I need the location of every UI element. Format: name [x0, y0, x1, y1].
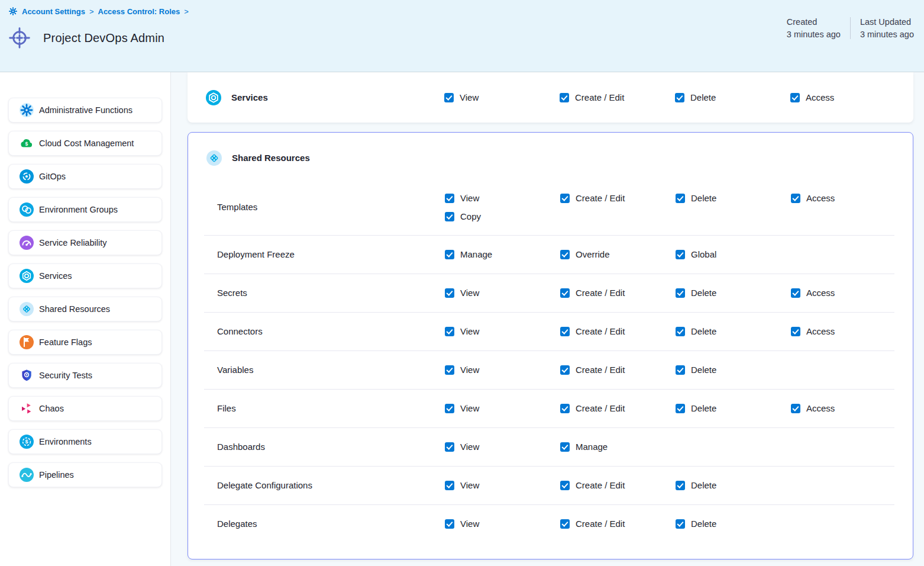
sidebar-item-environment-groups[interactable]: Environment Groups	[8, 197, 162, 222]
checkbox-access[interactable]	[791, 288, 800, 298]
permission-label[interactable]: Delete	[691, 519, 716, 529]
permission-label[interactable]: Manage	[460, 249, 492, 259]
permission-label[interactable]: Create / Edit	[576, 480, 625, 490]
sidebar-item-cloud-cost-management[interactable]: $Cloud Cost Management	[8, 131, 162, 156]
checkbox-delete[interactable]	[676, 481, 685, 490]
sidebar-item-security-tests[interactable]: Security Tests	[8, 363, 162, 388]
breadcrumb-separator: >	[184, 7, 189, 16]
permission-label[interactable]: Delete	[691, 365, 716, 375]
checkbox-create-edit[interactable]	[560, 404, 570, 413]
sidebar-item-label: Administrative Functions	[39, 105, 133, 115]
permission-label[interactable]: View	[460, 519, 479, 529]
checkbox-view[interactable]	[445, 194, 454, 203]
breadcrumb-link-access-control-roles[interactable]: Access Control: Roles	[98, 7, 180, 16]
permission-label[interactable]: Override	[576, 249, 610, 259]
shared-resources-icon	[206, 150, 222, 166]
permission-label[interactable]: Access	[806, 193, 835, 203]
shared-resources-rows: TemplatesViewCopyCreate / EditDeleteAcce…	[188, 178, 913, 543]
checkbox-view[interactable]	[445, 404, 454, 413]
checkbox-access[interactable]	[791, 327, 800, 336]
sidebar-item-pipelines[interactable]: Pipelines	[8, 462, 162, 487]
environments-icon: $	[20, 435, 34, 449]
checkbox-access[interactable]	[791, 404, 800, 413]
permission-label[interactable]: Access	[806, 326, 835, 336]
permission-label[interactable]: View	[460, 480, 479, 490]
permission-label[interactable]: View	[460, 288, 479, 298]
checkbox-override[interactable]	[560, 250, 570, 259]
checkbox-delete[interactable]	[675, 93, 684, 102]
permission-cell: Access	[791, 288, 906, 298]
breadcrumb-link-account-settings[interactable]: Account Settings	[22, 7, 85, 16]
checkbox-manage[interactable]	[445, 250, 454, 259]
sidebar-item-label: GitOps	[39, 172, 66, 181]
cloud-dollar-icon: $	[20, 136, 34, 150]
permission-label[interactable]: Delete	[691, 193, 716, 203]
permission-label[interactable]: Manage	[576, 442, 608, 452]
sidebar-item-environments[interactable]: $Environments	[8, 429, 162, 454]
permission-label[interactable]: Copy	[460, 211, 481, 221]
checkbox-manage[interactable]	[560, 442, 570, 452]
service-reliability-icon	[20, 236, 34, 250]
permission-grid: ViewCreate / EditDeleteAccess	[445, 389, 906, 427]
permission-label[interactable]: View	[460, 92, 479, 102]
permission-label[interactable]: Access	[806, 403, 835, 413]
permission-label[interactable]: Delete	[690, 92, 716, 102]
permission-label[interactable]: Delete	[691, 480, 716, 490]
sidebar-item-feature-flags[interactable]: Feature Flags	[8, 330, 162, 355]
checkbox-delete[interactable]	[676, 288, 685, 298]
permission-label[interactable]: View	[460, 193, 479, 203]
checkbox-view[interactable]	[445, 327, 454, 336]
checkbox-create-edit[interactable]	[560, 93, 569, 102]
checkbox-view[interactable]	[445, 365, 454, 375]
checkbox-access[interactable]	[791, 194, 800, 203]
sidebar-item-services[interactable]: Services	[8, 263, 162, 288]
permission-cell: Create / Edit	[560, 519, 676, 529]
sidebar-item-chaos[interactable]: Chaos	[8, 396, 162, 421]
permission-label[interactable]: View	[460, 403, 479, 413]
checkbox-view[interactable]	[445, 519, 454, 529]
checkbox-create-edit[interactable]	[560, 327, 570, 336]
permission-label[interactable]: Create / Edit	[576, 193, 625, 203]
checkbox-delete[interactable]	[676, 519, 685, 529]
checkbox-global[interactable]	[676, 250, 685, 259]
sidebar-item-label: Environments	[39, 437, 92, 446]
permission-label[interactable]: Access	[806, 92, 834, 102]
permission-label[interactable]: Create / Edit	[576, 403, 625, 413]
permission-label[interactable]: Delete	[691, 403, 716, 413]
permission-label[interactable]: Delete	[691, 326, 716, 336]
checkbox-view[interactable]	[444, 93, 454, 102]
permission-delete: Delete	[676, 365, 791, 375]
chaos-icon	[20, 401, 34, 416]
permission-label[interactable]: Create / Edit	[576, 365, 625, 375]
permission-label[interactable]: Create / Edit	[576, 288, 625, 298]
checkbox-create-edit[interactable]	[560, 481, 570, 490]
checkbox-delete[interactable]	[676, 194, 685, 203]
permission-label[interactable]: Create / Edit	[576, 519, 625, 529]
permission-label[interactable]: Access	[806, 288, 835, 298]
checkbox-access[interactable]	[790, 93, 800, 102]
permission-row-dashboards: DashboardsViewManage	[188, 427, 913, 466]
checkbox-copy[interactable]	[445, 212, 454, 221]
checkbox-create-edit[interactable]	[560, 194, 570, 203]
permission-label[interactable]: Create / Edit	[575, 92, 624, 102]
permission-label[interactable]: View	[460, 326, 479, 336]
permission-label[interactable]: View	[460, 365, 479, 375]
checkbox-create-edit[interactable]	[560, 365, 570, 375]
permission-label[interactable]: Create / Edit	[576, 326, 625, 336]
checkbox-view[interactable]	[445, 442, 454, 452]
permission-label[interactable]: View	[460, 442, 479, 452]
checkbox-delete[interactable]	[676, 327, 685, 336]
sidebar-item-shared-resources[interactable]: Shared Resources	[8, 297, 162, 321]
permission-label[interactable]: Global	[691, 249, 716, 259]
checkbox-create-edit[interactable]	[560, 519, 570, 529]
checkbox-view[interactable]	[445, 288, 454, 298]
checkbox-create-edit[interactable]	[560, 288, 570, 298]
permission-label[interactable]: Delete	[691, 288, 716, 298]
sidebar-item-label: Pipelines	[39, 470, 74, 480]
checkbox-delete[interactable]	[676, 404, 685, 413]
checkbox-view[interactable]	[445, 481, 454, 490]
checkbox-delete[interactable]	[676, 365, 685, 375]
sidebar-item-gitops[interactable]: GitOps	[8, 164, 162, 189]
sidebar-item-administrative-functions[interactable]: Administrative Functions	[8, 98, 162, 123]
sidebar-item-service-reliability[interactable]: Service Reliability	[8, 230, 162, 255]
